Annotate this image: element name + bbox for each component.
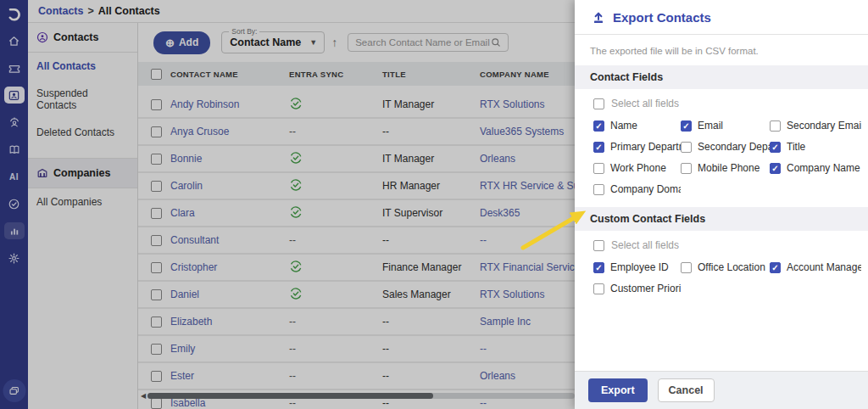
drawer-backdrop-overlay[interactable] <box>0 0 575 409</box>
field-checkbox-unchecked[interactable] <box>593 184 604 195</box>
field-checkbox-checked[interactable]: ✓ <box>593 120 604 132</box>
field-label: Email <box>698 120 723 132</box>
field-label: Office Location <box>698 261 765 273</box>
select-all-contact-fields-checkbox[interactable] <box>593 98 604 109</box>
field-checkbox-unchecked[interactable] <box>770 120 781 132</box>
field-option: ✓Title <box>770 141 861 153</box>
field-label: Mobile Phone <box>698 162 760 174</box>
field-label: Work Phone <box>610 162 666 174</box>
field-label: Primary Departm... <box>610 141 681 153</box>
field-checkbox-checked[interactable]: ✓ <box>681 120 692 132</box>
export-contacts-drawer: Export Contacts The exported file will b… <box>575 0 868 409</box>
contact-fields-grid: ✓Name✓EmailSecondary Emails✓Primary Depa… <box>593 120 861 195</box>
drawer-header: Export Contacts <box>575 0 868 35</box>
field-option: Company Domains <box>593 183 681 195</box>
field-checkbox-unchecked[interactable] <box>681 262 692 273</box>
field-label: Title <box>787 141 805 153</box>
field-option: Mobile Phone <box>681 162 770 174</box>
field-checkbox-checked[interactable]: ✓ <box>770 163 781 174</box>
field-checkbox-checked[interactable]: ✓ <box>770 262 781 273</box>
custom-fields-grid: ✓Employee IDOffice Location✓Account Mana… <box>593 261 861 294</box>
section-header-contact-fields: Contact Fields <box>575 65 868 89</box>
field-option: ✓Employee ID <box>593 261 681 273</box>
field-label: Secondary Depart... <box>698 141 770 153</box>
field-label: Name <box>610 120 637 132</box>
field-label: Account Manager <box>787 261 861 273</box>
field-checkbox-unchecked[interactable] <box>681 142 692 153</box>
cancel-button[interactable]: Cancel <box>658 378 715 402</box>
field-checkbox-unchecked[interactable] <box>593 283 604 294</box>
field-label: Employee ID <box>610 261 669 273</box>
field-checkbox-checked[interactable]: ✓ <box>593 262 604 273</box>
field-option: ✓Account Manager <box>770 261 861 273</box>
field-option: ✓Email <box>681 120 770 132</box>
field-checkbox-unchecked[interactable] <box>593 163 604 174</box>
select-all-contact-fields: Select all fields <box>593 98 861 109</box>
field-label: Customer Priority... <box>610 283 681 294</box>
select-all-custom-fields: Select all fields <box>593 239 861 251</box>
field-option: ✓Company Name <box>770 162 861 174</box>
field-label: Company Name <box>787 162 860 174</box>
drawer-footer: Export Cancel <box>575 371 868 409</box>
field-checkbox-checked[interactable]: ✓ <box>770 142 781 153</box>
field-label: Secondary Emails <box>787 120 861 132</box>
field-option: Secondary Depart... <box>681 141 770 153</box>
field-option: Customer Priority... <box>593 283 681 294</box>
field-checkbox-unchecked[interactable] <box>681 163 692 174</box>
field-label: Company Domains <box>610 183 681 195</box>
field-checkbox-checked[interactable]: ✓ <box>593 142 604 153</box>
select-all-label: Select all fields <box>611 239 679 251</box>
export-info-text: The exported file will be in CSV format. <box>575 35 868 65</box>
select-all-label: Select all fields <box>611 98 679 109</box>
field-option: Secondary Emails <box>770 120 861 132</box>
select-all-custom-fields-checkbox[interactable] <box>593 240 604 251</box>
export-button[interactable]: Export <box>588 378 648 402</box>
field-option: ✓Name <box>593 120 681 132</box>
field-option: Office Location <box>681 261 770 273</box>
field-option: ✓Primary Departm... <box>593 141 681 153</box>
drawer-title: Export Contacts <box>613 10 711 25</box>
export-upload-icon <box>592 10 605 24</box>
section-header-custom-contact-fields: Custom Contact Fields <box>575 207 868 231</box>
app-window: AI Contacts > All Contacts Contacts <box>0 0 868 409</box>
field-option: Work Phone <box>593 162 681 174</box>
